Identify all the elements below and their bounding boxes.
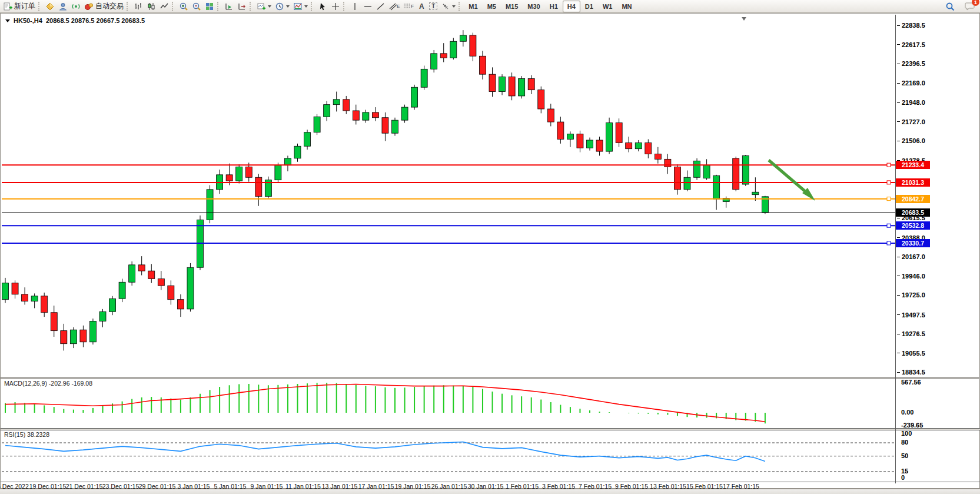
auto-scroll-button[interactable] [222,1,235,12]
price-axis-tick: 19725.0 [897,291,925,299]
panel-divider[interactable] [1,379,980,379]
vertical-line-icon [350,2,360,11]
timeframe-button-w1[interactable]: W1 [598,1,617,12]
trendline-tool-button[interactable] [374,1,387,12]
bar-chart-mode-button[interactable] [132,1,145,12]
signals-icon [71,2,81,11]
chart-ohlc-values: 20868.5 20876.5 20667.5 20683.5 [46,17,145,24]
indicators-icon [257,2,266,11]
macd-axis-tick: -239.65 [901,422,923,429]
fibo-glyph: F [411,4,414,9]
text-tool-icon: A [419,2,424,11]
vertical-line-tool-button[interactable] [348,1,361,12]
horizontal-line-object[interactable] [2,241,895,245]
tile-windows-icon [205,2,214,11]
clock-icon [275,2,284,11]
bar-chart-icon [134,2,143,11]
line-price-label: 20330.7 [896,239,930,247]
horizontal-line-object[interactable] [2,197,895,201]
main-toolbar: 新订单 自动交易 [0,0,980,13]
price-axis-tick: 22169.0 [897,79,925,87]
panel-divider[interactable] [1,430,980,430]
timeframe-button-m1[interactable]: M1 [464,1,482,12]
notifications-button[interactable]: 1 [963,1,976,12]
arrows-tool-button[interactable] [439,1,457,12]
templates-button[interactable] [291,1,310,12]
timeframe-button-m5[interactable]: M5 [483,1,501,12]
text-label-tool-button[interactable]: T [427,1,439,12]
cursor-tool-button[interactable] [316,1,329,12]
toolbar-separator [343,2,347,11]
channel-tool-button[interactable]: E [387,1,401,12]
status-bar [0,489,980,494]
rsi-axis-tick: 50 [901,452,908,459]
new-order-icon [3,2,12,11]
autotrading-button[interactable]: 自动交易 [82,1,125,12]
rsi-axis-tick: 100 [901,430,912,437]
crosshair-tool-button[interactable] [329,1,342,12]
macd-axis-tick: 0.00 [901,409,913,416]
metaeditor-diamond-icon [45,2,55,11]
arrow-object[interactable] [769,160,815,201]
line-price-label: 20532.8 [896,221,930,230]
new-order-button[interactable]: 新订单 [1,1,37,12]
price-axis-tick: 19946.0 [897,273,925,280]
chart-title-row: HK50-,H4 20868.5 20876.5 20667.5 20683.5 [5,17,145,24]
timeframe-button-h4[interactable]: H4 [563,1,580,12]
autotrading-icon [84,2,94,11]
zoom-in-button[interactable] [177,1,190,12]
candlestick-icon [147,2,156,11]
dropdown-caret [304,5,308,8]
chart-shift-marker[interactable] [742,17,746,21]
periods-button[interactable] [273,1,291,12]
zoom-in-icon [179,2,188,11]
price-axis-tick: 19055.5 [897,350,925,357]
tile-windows-button[interactable] [203,1,216,12]
line-price-label: 20842.7 [896,195,930,203]
line-chart-mode-button[interactable] [158,1,171,12]
timeframe-button-mn[interactable]: MN [617,1,636,12]
horizontal-line-object[interactable] [2,181,895,184]
horizontal-line-tool-button[interactable] [361,1,374,12]
collapse-chart-icon[interactable] [5,19,10,22]
fibonacci-icon [403,2,411,11]
metaeditor-button[interactable] [44,1,57,12]
toolbar-separator [38,2,42,11]
candlestick-series [2,30,769,350]
price-axis-border [895,15,896,483]
auto-scroll-icon [224,2,234,11]
price-chart-canvas[interactable] [1,14,980,489]
signals-button[interactable] [69,1,82,12]
timeframe-button-h1[interactable]: H1 [545,1,563,12]
macd-label: MACD(12,26,9) -202.96 -169.08 [4,380,92,387]
indicators-button[interactable] [255,1,273,12]
toolbar-separator [250,2,254,11]
fibonacci-tool-button[interactable]: F [401,1,416,12]
timeframe-button-d1[interactable]: D1 [580,1,598,12]
price-axis-tick: 22838.5 [897,22,925,29]
zoom-out-button[interactable] [190,1,203,12]
community-profile-button[interactable] [57,1,69,12]
toolbar-separator [459,2,463,11]
toolbar-separator [172,2,176,11]
arrows-shapes-icon [441,2,450,11]
line-price-label: 21031.3 [896,178,930,187]
timeframe-button-m30[interactable]: M30 [523,1,544,12]
toolbar-right-group: 1 [944,0,976,13]
zoom-out-icon [192,2,201,11]
horizontal-line-object[interactable] [2,163,895,167]
price-axis-tick: 21727.0 [897,118,925,125]
horizontal-line-object[interactable] [2,224,895,227]
chart-symbol-period: HK50-,H4 [14,17,42,24]
candlestick-mode-button[interactable] [145,1,158,12]
profile-icon [58,2,68,11]
macd-indicator [5,383,765,423]
price-axis-tick: 22396.5 [897,60,925,67]
search-button[interactable] [944,1,957,12]
channel-glyph: E [397,4,400,9]
rsi-axis-tick: 80 [901,439,908,446]
chart-shift-button[interactable] [235,1,248,12]
rsi-label: RSI(15) 38.2328 [4,431,49,438]
timeframe-button-m15[interactable]: M15 [501,1,523,12]
text-tool-button[interactable]: A [416,1,427,12]
